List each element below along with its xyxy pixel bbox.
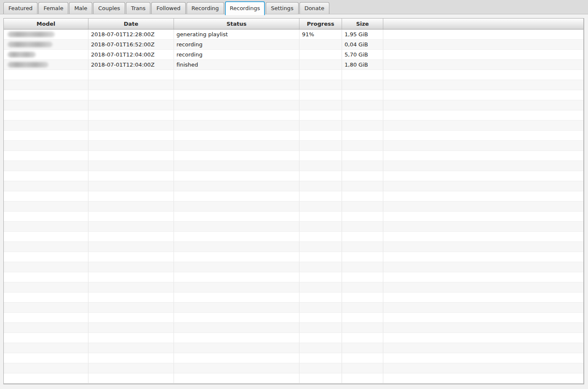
table-row[interactable]: 2018-07-01T12:28:00Zgenerating playlist9… (4, 30, 583, 40)
table-row[interactable]: 2018-07-01T12:04:00Zfinished1,80 GiB (4, 60, 583, 70)
cell-model (4, 212, 88, 221)
table-row-empty (4, 333, 583, 343)
cell-size (342, 353, 383, 363)
cell-date (88, 110, 174, 120)
cell-size (342, 121, 383, 130)
tab-couples[interactable]: Couples (93, 2, 125, 14)
column-header-model[interactable]: Model (4, 19, 88, 29)
cell-date (88, 100, 174, 110)
cell-model (4, 151, 88, 161)
cell-status (174, 232, 299, 241)
cell-size (342, 90, 383, 100)
cell-date (88, 171, 174, 181)
cell-progress (299, 282, 342, 292)
cell-size: 0,04 GiB (342, 40, 383, 49)
cell-status: finished (174, 60, 299, 70)
cell-progress (299, 171, 342, 181)
cell-progress (299, 333, 342, 343)
cell-date (88, 70, 174, 80)
cell-date (88, 212, 174, 221)
cell-date (88, 90, 174, 100)
cell-spacer (383, 121, 583, 130)
tab-recordings[interactable]: Recordings (225, 1, 265, 15)
cell-date (88, 141, 174, 150)
table-row[interactable]: 2018-07-01T16:52:00Zrecording0,04 GiB (4, 40, 583, 50)
table-row-empty (4, 151, 583, 161)
column-header-status[interactable]: Status (174, 19, 299, 29)
table-row-empty (4, 232, 583, 242)
redacted-model-name (8, 32, 55, 37)
cell-model (4, 141, 88, 150)
cell-date (88, 121, 174, 130)
cell-model (4, 201, 88, 211)
cell-progress (299, 353, 342, 363)
cell-progress (299, 252, 342, 262)
cell-size (342, 303, 383, 312)
cell-model (4, 121, 88, 130)
cell-status (174, 161, 299, 171)
cell-size (342, 252, 383, 262)
column-header-size[interactable]: Size (342, 19, 383, 29)
cell-progress (299, 151, 342, 161)
table-row-empty (4, 313, 583, 323)
tab-trans[interactable]: Trans (126, 2, 150, 14)
cell-progress (299, 373, 342, 383)
tab-female[interactable]: Female (38, 2, 68, 14)
cell-model (4, 343, 88, 353)
cell-size (342, 292, 383, 302)
table-row[interactable]: 2018-07-01T12:04:00Zrecording5,70 GiB (4, 50, 583, 60)
table-row-empty (4, 181, 583, 191)
cell-progress (299, 292, 342, 302)
cell-size (342, 343, 383, 353)
cell-size (342, 232, 383, 241)
cell-spacer (383, 262, 583, 272)
cell-date (88, 242, 174, 252)
cell-status (174, 292, 299, 302)
column-header-progress[interactable]: Progress (299, 19, 342, 29)
cell-spacer (383, 282, 583, 292)
table-row-empty (4, 70, 583, 80)
cell-spacer (383, 222, 583, 231)
cell-model (4, 313, 88, 322)
cell-progress (299, 222, 342, 231)
table-row-empty (4, 343, 583, 353)
cell-date (88, 343, 174, 353)
cell-size (342, 333, 383, 343)
cell-date (88, 353, 174, 363)
cell-model (4, 90, 88, 100)
cell-spacer (383, 110, 583, 120)
column-header-spacer[interactable] (383, 19, 583, 29)
cell-model (4, 222, 88, 231)
table-row-empty (4, 171, 583, 181)
cell-spacer (383, 333, 583, 343)
cell-size (342, 171, 383, 181)
tab-recording[interactable]: Recording (187, 2, 224, 14)
column-header-date[interactable]: Date (88, 19, 174, 29)
cell-progress (299, 343, 342, 353)
cell-progress (299, 232, 342, 241)
cell-size (342, 373, 383, 383)
tab-followed[interactable]: Followed (151, 2, 185, 14)
tab-featured[interactable]: Featured (3, 2, 37, 14)
cell-model (4, 363, 88, 373)
cell-model (4, 242, 88, 252)
cell-model (4, 353, 88, 363)
cell-status (174, 201, 299, 211)
cell-spacer (383, 171, 583, 181)
cell-size (342, 201, 383, 211)
cell-date (88, 151, 174, 161)
tab-settings[interactable]: Settings (266, 2, 298, 14)
cell-date (88, 363, 174, 373)
cell-size (342, 131, 383, 140)
cell-progress (299, 141, 342, 150)
cell-spacer (383, 50, 583, 59)
cell-status (174, 181, 299, 191)
cell-status (174, 333, 299, 343)
cell-model (4, 100, 88, 110)
cell-status (174, 121, 299, 130)
tab-donate[interactable]: Donate (299, 2, 329, 14)
cell-spacer (383, 80, 583, 90)
table-row-empty (4, 131, 583, 141)
tab-male[interactable]: Male (69, 2, 92, 14)
table-header-row: ModelDateStatusProgressSize (4, 19, 583, 30)
